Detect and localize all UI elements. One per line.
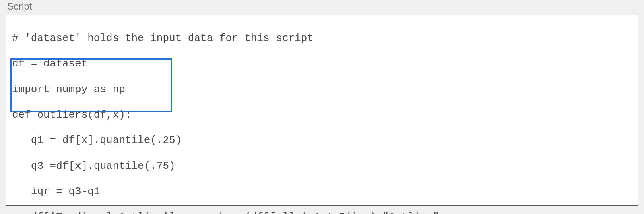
code-line: import numpy as np: [12, 83, 632, 96]
code-line: iqr = q3-q1: [12, 185, 632, 198]
code-line: df = dataset: [12, 58, 632, 71]
code-line: q3 =df[x].quantile(.75): [12, 160, 632, 173]
code-line: # 'dataset' holds the input data for thi…: [12, 32, 632, 45]
section-title: Script: [0, 0, 644, 15]
script-editor[interactable]: # 'dataset' holds the input data for thi…: [6, 15, 638, 206]
code-line: df['Tradional Outlier'] = np.where(df[[x…: [12, 211, 632, 214]
code-line: def outliers(df,x):: [12, 109, 632, 122]
code-line: q1 = df[x].quantile(.25): [12, 134, 632, 147]
script-code-block[interactable]: # 'dataset' holds the input data for thi…: [12, 19, 632, 214]
